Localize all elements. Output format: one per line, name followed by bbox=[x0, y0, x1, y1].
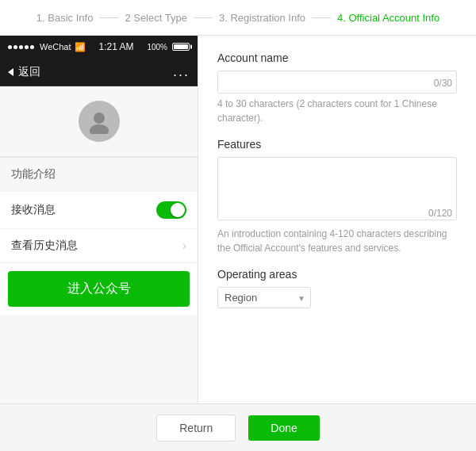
status-right: 100% bbox=[147, 43, 190, 52]
step-sep-3: —— bbox=[312, 12, 331, 23]
wifi-icon: 📶 bbox=[75, 42, 86, 52]
menu-history[interactable]: 查看历史消息 › bbox=[0, 229, 198, 263]
menu-receive[interactable]: 接收消息 bbox=[0, 192, 198, 229]
step-2-label: 2 Select Type bbox=[125, 12, 187, 24]
phone-mockup: WeChat 📶 1:21 AM 100% 返回 ... bbox=[0, 36, 198, 403]
account-name-label: Account name bbox=[217, 52, 457, 64]
features-label: Features bbox=[217, 138, 457, 151]
phone-status-bar: WeChat 📶 1:21 AM 100% bbox=[0, 36, 198, 58]
toggle-container bbox=[156, 201, 186, 219]
features-hint: An introduction containing 4-120 charact… bbox=[217, 227, 457, 255]
avatar bbox=[79, 101, 120, 142]
network-label: WeChat bbox=[40, 42, 71, 52]
step-1[interactable]: 1. Basic Info bbox=[36, 12, 94, 24]
step-2[interactable]: 2 Select Type bbox=[125, 12, 187, 24]
account-name-hint: 4 to 30 characters (2 characters count f… bbox=[217, 97, 457, 125]
features-count: 0/120 bbox=[428, 208, 452, 219]
account-name-count: 0/30 bbox=[434, 78, 452, 89]
done-button[interactable]: Done bbox=[248, 415, 319, 441]
bottom-bar: Return Done bbox=[0, 403, 476, 451]
form-panel: Account name 0/30 4 to 30 characters (2 … bbox=[198, 36, 476, 403]
phone-remaining-space bbox=[0, 315, 198, 403]
menu-intro: 功能介绍 bbox=[0, 157, 198, 192]
step-3[interactable]: 3. Registration Info bbox=[219, 12, 305, 24]
svg-point-0 bbox=[94, 113, 105, 124]
step-1-label: 1. Basic Info bbox=[36, 12, 94, 24]
svg-point-1 bbox=[90, 124, 109, 134]
toggle-switch[interactable] bbox=[156, 201, 186, 219]
time-label: 1:21 AM bbox=[98, 41, 133, 52]
main-content: WeChat 📶 1:21 AM 100% 返回 ... bbox=[0, 36, 476, 403]
status-left: WeChat 📶 bbox=[8, 42, 86, 52]
phone-nav-bar: 返回 ... bbox=[0, 58, 198, 86]
avatar-section bbox=[0, 86, 198, 157]
step-sep-1: —— bbox=[99, 12, 118, 23]
step-4-label: 4. Official Account Info bbox=[337, 12, 440, 24]
battery-icon bbox=[172, 43, 190, 51]
region-select-wrapper: Region North America Europe Asia Other ▼ bbox=[217, 287, 311, 308]
region-select[interactable]: Region North America Europe Asia Other bbox=[217, 287, 311, 308]
account-name-input-wrapper: 0/30 bbox=[217, 71, 457, 94]
operating-areas-label: Operating areas bbox=[217, 268, 457, 281]
features-textarea[interactable] bbox=[217, 157, 457, 220]
enter-account-button[interactable]: 进入公众号 bbox=[8, 271, 190, 307]
account-name-section: Account name 0/30 4 to 30 characters (2 … bbox=[217, 52, 457, 125]
return-button[interactable]: Return bbox=[156, 415, 236, 441]
back-label: 返回 bbox=[18, 65, 40, 79]
step-4[interactable]: 4. Official Account Info bbox=[337, 12, 440, 24]
back-button[interactable]: 返回 bbox=[8, 65, 40, 79]
nav-more-dots[interactable]: ... bbox=[173, 63, 190, 80]
menu-intro-label: 功能介绍 bbox=[11, 167, 56, 182]
signal-dots bbox=[8, 45, 34, 49]
step-sep-2: —— bbox=[194, 12, 213, 23]
chevron-right-icon: › bbox=[182, 239, 186, 253]
features-textarea-wrapper: 0/120 bbox=[217, 157, 457, 224]
operating-areas-section: Operating areas Region North America Eur… bbox=[217, 268, 457, 308]
avatar-icon bbox=[86, 109, 112, 134]
menu-history-label: 查看历史消息 bbox=[11, 239, 78, 253]
steps-bar: 1. Basic Info —— 2 Select Type —— 3. Reg… bbox=[0, 0, 476, 36]
toggle-knob bbox=[171, 203, 185, 217]
back-arrow-icon bbox=[8, 68, 13, 76]
features-section: Features 0/120 An introduction containin… bbox=[217, 138, 457, 255]
battery-pct: 100% bbox=[147, 43, 167, 52]
account-name-input[interactable] bbox=[217, 71, 457, 94]
menu-receive-label: 接收消息 bbox=[11, 203, 56, 217]
step-3-label: 3. Registration Info bbox=[219, 12, 305, 24]
